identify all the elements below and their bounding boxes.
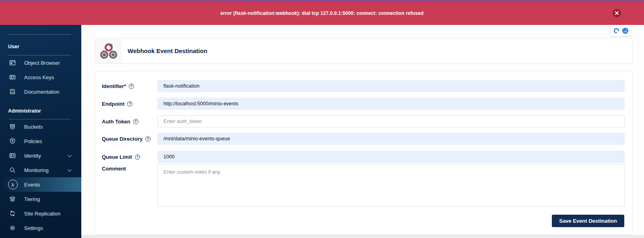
queue-limit-input[interactable] [157,151,625,163]
save-event-destination-button[interactable]: Save Event Destination [552,215,624,227]
sidebar-item-documentation[interactable]: Documentation [0,84,81,99]
sidebar-item-label: Object Browser [24,60,60,66]
queue-limit-label: Queue Limit [102,154,157,160]
field-label-text: Comment [102,166,126,172]
help-icon[interactable] [145,136,151,142]
access-keys-icon [8,74,17,81]
monitoring-icon [8,166,17,174]
sidebar-item-label: Buckets [24,124,43,130]
page-title: Webhook Event Destination [128,39,207,63]
sidebar-item-label: Documentation [24,89,59,95]
help-icon[interactable] [127,101,132,107]
sidebar-item-label: Events [24,182,40,188]
object-browser-icon [8,59,17,66]
divider [8,34,71,35]
auth-token-input[interactable] [157,115,625,127]
sidebar-item-label: Site Replication [24,211,60,217]
field-label-text: Auth Token [102,119,130,125]
auth-token-label: Auth Token [102,119,157,125]
extension-capture-icon[interactable] [613,27,620,34]
sidebar-section-administrator: Administrator [0,108,81,114]
sidebar-item-label: Policies [24,138,42,144]
browser-extension-overlay [611,25,631,36]
header-icon-cell [95,39,122,63]
field-label-text: Queue Limit [102,154,132,160]
sidebar-item-settings[interactable]: Settings [0,221,81,235]
sidebar-item-tiering[interactable]: Tiering [0,192,81,206]
identifier-input[interactable] [157,80,625,92]
field-label-text: Endpoint [102,101,124,107]
sidebar-item-access-keys[interactable]: Access Keys [0,70,81,84]
chevron-down-icon [68,168,72,172]
error-banner: error (flask-notification:webhook): dial… [0,2,644,25]
sidebar-item-label: Monitoring [24,167,49,173]
sidebar-item-label: Access Keys [24,74,54,80]
help-icon[interactable] [129,84,134,89]
identifier-label: Identifier* [102,83,157,89]
endpoint-input[interactable] [157,98,625,110]
field-label-text: Queue Directory [102,136,142,142]
bottom-band [81,235,644,238]
sidebar-item-object-browser[interactable]: Object Browser [0,55,81,70]
webhook-icon [100,42,118,60]
event-destination-form: Identifier* Endpoint Auth Token [95,72,633,235]
page-header-card: Webhook Event Destination [95,38,633,64]
endpoint-label: Endpoint [102,101,157,107]
identity-icon [8,152,17,159]
tiering-icon [8,195,17,203]
form-row-queue-directory: Queue Directory [102,133,625,145]
buckets-icon [8,123,17,130]
minio-console-page: error (flask-notification:webhook): dial… [0,0,644,238]
comment-textarea[interactable] [157,164,625,207]
sidebar-item-monitoring[interactable]: Monitoring [0,163,81,177]
comment-label: Comment [102,166,157,172]
sidebar-item-site-replication[interactable]: Site Replication [0,206,81,221]
close-icon [615,11,619,15]
lambda-icon [8,181,19,188]
sidebar-item-policies[interactable]: Policies [0,134,81,148]
extension-badge-icon[interactable] [622,27,629,34]
sidebar-item-label: Identity [24,153,41,159]
sidebar-section-user: User [0,43,81,50]
sidebar-item-label: Settings [24,225,43,231]
chevron-down-icon [68,153,72,157]
form-row-endpoint: Endpoint [102,98,625,110]
form-row-identifier: Identifier* [102,80,625,92]
sidebar-item-identity[interactable]: Identity [0,148,81,163]
policies-icon [8,137,17,145]
queue-directory-input[interactable] [157,133,625,145]
site-replication-icon [8,210,17,217]
sidebar: User Object Browser Access Keys [0,25,81,238]
banner-close-button[interactable] [613,9,621,17]
settings-icon [8,224,17,232]
form-row-auth-token: Auth Token [102,115,625,127]
sidebar-item-events[interactable]: Events [0,177,81,192]
error-message: error (flask-notification:webhook): dial… [221,10,424,16]
documentation-icon [8,88,17,95]
help-icon[interactable] [133,119,138,124]
help-icon[interactable] [135,154,140,160]
sidebar-item-label: Tiering [24,196,40,202]
form-row-queue-limit: Queue Limit [102,151,625,163]
sidebar-item-buckets[interactable]: Buckets [0,119,81,134]
field-label-text: Identifier* [102,83,126,89]
main-content: Webhook Event Destination Identifier* En… [81,25,644,235]
queue-directory-label: Queue Directory [102,136,157,142]
form-row-comment: Comment [102,164,625,207]
